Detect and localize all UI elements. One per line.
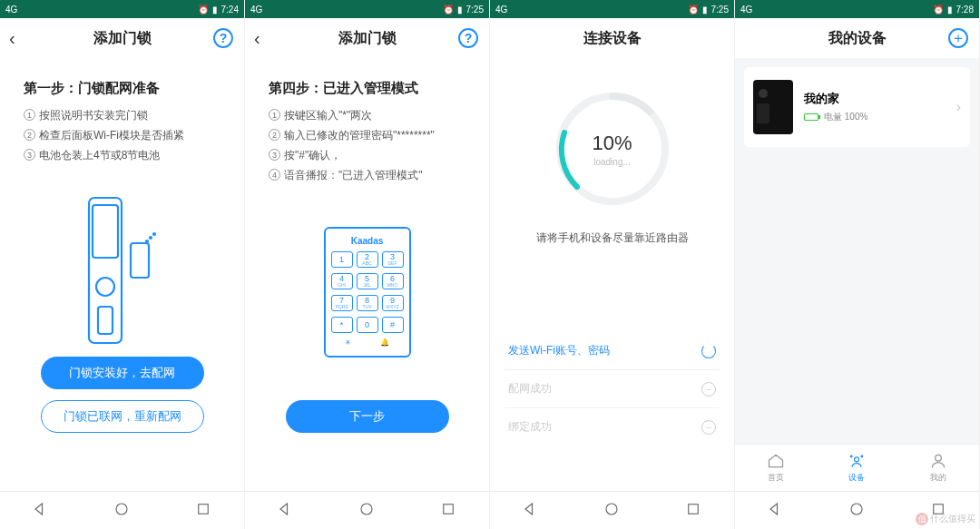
header: 连接设备	[490, 18, 734, 58]
keypad-key: 4GHI	[331, 273, 353, 289]
nav-recent-icon[interactable]	[440, 501, 456, 521]
android-navbar	[0, 491, 244, 529]
svg-point-6	[150, 237, 152, 239]
svg-rect-11	[444, 504, 454, 514]
step-title: 第一步：门锁配网准备	[24, 80, 220, 97]
keypad-illustration: Kaadas 1 2ABC 3DEF 4GHI 5JKL 6MNO 7PQRS …	[269, 209, 466, 358]
svg-rect-4	[131, 243, 149, 278]
signal-icon: 4G	[250, 5, 262, 15]
statusbar: 4G ⏰ ▮ 7:25	[490, 0, 734, 18]
outline-button-reconfig[interactable]: 门锁已联网，重新配网	[41, 400, 204, 433]
screen-1: 4G ⏰ ▮ 7:24 ‹ 添加门锁 ? 第一步：门锁配网准备 1按照说明书安装…	[0, 0, 245, 529]
alarm-icon: ⏰	[688, 5, 699, 15]
step-item: 3按"#"确认，	[269, 148, 466, 163]
battery-icon: ▮	[702, 5, 708, 15]
content: 10% loading... 请将手机和设备尽量靠近路由器 发送Wi-Fi账号、…	[490, 58, 734, 491]
svg-point-15	[855, 457, 859, 462]
tabbar: 首页 设备 我的	[735, 444, 979, 491]
battery-text: 电量 100%	[824, 111, 867, 123]
pending-icon: –	[701, 382, 716, 397]
progress-percent: 10%	[592, 132, 632, 155]
step-item: 2检查后面板Wi-Fi模块是否插紧	[24, 128, 220, 143]
page-title: 我的设备	[828, 29, 887, 48]
signal-icon: 4G	[495, 5, 507, 15]
statusbar: 4G ⏰ ▮ 7:24	[0, 0, 244, 18]
header: ‹ 添加门锁 ?	[245, 18, 489, 58]
device-card[interactable]: 我的家 电量 100% ›	[744, 67, 970, 147]
svg-point-2	[96, 278, 114, 296]
svg-point-13	[606, 504, 617, 514]
next-button[interactable]: 下一步	[286, 400, 449, 433]
page-title: 连接设备	[583, 29, 642, 48]
help-icon[interactable]: ?	[213, 28, 233, 48]
status-time: 7:28	[956, 5, 974, 15]
progress-label: loading...	[593, 157, 631, 167]
help-icon[interactable]: ?	[458, 28, 478, 48]
status-time: 7:25	[466, 5, 484, 15]
chevron-right-icon: ›	[956, 99, 961, 115]
keypad-key: 2ABC	[357, 251, 378, 268]
button-column: 门锁安装好，去配网 门锁已联网，重新配网	[0, 357, 244, 433]
svg-point-19	[851, 504, 862, 514]
spinner-icon	[701, 344, 716, 358]
battery-icon: ▮	[457, 5, 463, 15]
add-device-icon[interactable]: ＋	[948, 28, 968, 48]
svg-point-7	[153, 233, 155, 235]
page-title: 添加门锁	[338, 29, 397, 48]
nav-recent-icon[interactable]	[685, 501, 701, 521]
nav-home-icon[interactable]	[358, 501, 375, 521]
tab-home[interactable]: 首页	[767, 452, 785, 484]
back-icon[interactable]: ‹	[9, 28, 15, 49]
back-icon[interactable]: ‹	[254, 28, 260, 49]
svg-rect-9	[199, 504, 209, 514]
keypad-brand: Kaadas	[331, 236, 404, 246]
connect-steps: 发送Wi-Fi账号、密码 配网成功 – 绑定成功 –	[505, 332, 720, 446]
screen-2: 4G ⏰ ▮ 7:25 ‹ 添加门锁 ? 第四步：已进入管理模式 1按键区输入"…	[245, 0, 490, 529]
svg-rect-1	[93, 205, 118, 258]
nav-back-icon[interactable]	[33, 501, 49, 521]
battery-icon: ▮	[212, 5, 218, 15]
nav-back-icon[interactable]	[768, 501, 784, 521]
step-list: 1按照说明书安装完门锁 2检查后面板Wi-Fi模块是否插紧 3电池仓装上4节或8…	[24, 108, 220, 163]
nav-back-icon[interactable]	[278, 501, 294, 521]
alarm-icon: ⏰	[443, 5, 454, 15]
nav-back-icon[interactable]	[523, 501, 539, 521]
keypad-key: 1	[331, 251, 353, 268]
nav-home-icon[interactable]	[603, 501, 620, 521]
watermark: 值值 什么值得买什么值得买	[916, 513, 975, 525]
statusbar: 4G ⏰ ▮ 7:28	[735, 0, 979, 18]
step-item: 3电池仓装上4节或8节电池	[24, 148, 220, 163]
screen-3: 4G ⏰ ▮ 7:25 连接设备 10% loading... 请将手机和设备尽…	[490, 0, 735, 529]
progress-indicator: 10% loading... 请将手机和设备尽量靠近路由器	[514, 87, 710, 246]
step-item: 1按照说明书安装完门锁	[24, 108, 220, 123]
keypad-key: *	[331, 317, 353, 333]
keypad-key: 6MNO	[382, 273, 404, 289]
step-item: 4语音播报："已进入管理模式"	[269, 168, 466, 183]
tab-device[interactable]: 设备	[848, 452, 866, 484]
primary-button-setup[interactable]: 门锁安装好，去配网	[41, 357, 204, 389]
keypad-key: 8TUV	[357, 295, 378, 311]
keypad-key: #	[382, 317, 404, 333]
step-item: 2输入已修改的管理密码"********"	[269, 128, 466, 143]
step-net-ok: 配网成功 –	[505, 370, 720, 408]
keypad-key: 3DEF	[382, 251, 404, 268]
svg-point-18	[936, 455, 942, 461]
status-time: 7:25	[711, 5, 729, 15]
svg-point-5	[146, 240, 148, 242]
nav-home-icon[interactable]	[113, 501, 130, 521]
nav-home-icon[interactable]	[848, 501, 865, 521]
screen-4: 4G ⏰ ▮ 7:28 我的设备 ＋ 我的家 电量 100% › 首页	[735, 0, 980, 529]
nav-recent-icon[interactable]	[195, 501, 211, 521]
android-navbar	[490, 491, 734, 529]
tab-me[interactable]: 我的	[929, 452, 947, 484]
android-navbar	[245, 491, 489, 529]
button-column: 下一步	[245, 400, 489, 433]
step-bind-ok: 绑定成功 –	[505, 408, 720, 446]
progress-note: 请将手机和设备尽量靠近路由器	[536, 230, 689, 246]
keypad-key: 5JKL	[357, 273, 378, 289]
header: 我的设备 ＋	[735, 18, 979, 58]
svg-rect-0	[89, 198, 122, 343]
nfc-icon: ✳	[345, 338, 351, 347]
header: ‹ 添加门锁 ?	[0, 18, 244, 58]
device-name: 我的家	[804, 91, 946, 107]
